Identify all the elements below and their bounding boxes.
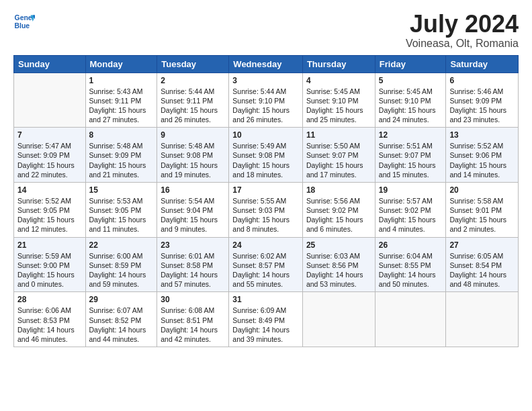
day-content: Sunrise: 5:56 AM Sunset: 9:02 PM Dayligh… (306, 196, 371, 234)
day-content: Sunrise: 6:08 AM Sunset: 8:51 PM Dayligh… (161, 306, 225, 344)
day-content: Sunrise: 5:45 AM Sunset: 9:10 PM Dayligh… (379, 87, 443, 125)
day-number: 13 (449, 130, 515, 140)
day-number: 29 (89, 295, 154, 304)
day-content: Sunrise: 5:47 AM Sunset: 9:09 PM Dayligh… (17, 141, 82, 179)
calendar-table: Sunday Monday Tuesday Wednesday Thursday… (13, 55, 519, 347)
day-number: 10 (232, 130, 299, 140)
table-row: 31Sunrise: 6:09 AM Sunset: 8:49 PM Dayli… (229, 292, 303, 347)
col-thursday: Thursday (302, 55, 375, 73)
day-content: Sunrise: 5:48 AM Sunset: 9:09 PM Dayligh… (89, 141, 154, 179)
table-row: 1Sunrise: 5:43 AM Sunset: 9:11 PM Daylig… (85, 73, 157, 128)
title-area: July 2024 Voineasa, Olt, Romania (406, 11, 519, 50)
table-row: 13Sunrise: 5:52 AM Sunset: 9:06 PM Dayli… (446, 128, 519, 183)
col-saturday: Saturday (446, 55, 519, 73)
day-number: 2 (161, 76, 225, 85)
col-wednesday: Wednesday (229, 55, 303, 73)
table-row: 9Sunrise: 5:48 AM Sunset: 9:08 PM Daylig… (157, 128, 229, 183)
table-row: 3Sunrise: 5:44 AM Sunset: 9:10 PM Daylig… (229, 73, 303, 128)
col-sunday: Sunday (14, 55, 86, 73)
col-tuesday: Tuesday (157, 55, 229, 73)
table-row: 6Sunrise: 5:46 AM Sunset: 9:09 PM Daylig… (446, 73, 519, 128)
day-number: 11 (306, 130, 371, 140)
subtitle: Voineasa, Olt, Romania (406, 38, 519, 50)
calendar-week-5: 28Sunrise: 6:06 AM Sunset: 8:53 PM Dayli… (14, 292, 519, 347)
day-content: Sunrise: 5:50 AM Sunset: 9:07 PM Dayligh… (306, 141, 371, 179)
table-row (375, 292, 446, 347)
day-content: Sunrise: 6:02 AM Sunset: 8:57 PM Dayligh… (232, 251, 299, 289)
day-content: Sunrise: 5:48 AM Sunset: 9:08 PM Dayligh… (161, 141, 225, 179)
table-row (14, 73, 86, 128)
table-row: 10Sunrise: 5:49 AM Sunset: 9:08 PM Dayli… (229, 128, 303, 183)
table-row: 7Sunrise: 5:47 AM Sunset: 9:09 PM Daylig… (14, 128, 86, 183)
day-content: Sunrise: 5:43 AM Sunset: 9:11 PM Dayligh… (89, 87, 154, 125)
svg-text:Blue: Blue (15, 22, 30, 30)
day-number: 20 (449, 185, 515, 195)
logo: General Blue (13, 11, 35, 32)
page: General Blue July 2024 Voineasa, Olt, Ro… (0, 0, 532, 411)
day-content: Sunrise: 6:04 AM Sunset: 8:55 PM Dayligh… (379, 251, 443, 289)
table-row: 18Sunrise: 5:56 AM Sunset: 9:02 PM Dayli… (302, 182, 375, 237)
table-row: 30Sunrise: 6:08 AM Sunset: 8:51 PM Dayli… (157, 292, 229, 347)
table-row: 24Sunrise: 6:02 AM Sunset: 8:57 PM Dayli… (229, 237, 303, 292)
day-number: 19 (379, 185, 443, 195)
main-title: July 2024 (406, 11, 519, 38)
day-content: Sunrise: 5:51 AM Sunset: 9:07 PM Dayligh… (379, 141, 443, 179)
day-number: 17 (232, 185, 299, 195)
table-row: 25Sunrise: 6:03 AM Sunset: 8:56 PM Dayli… (302, 237, 375, 292)
logo-icon: General Blue (13, 11, 35, 32)
day-number: 3 (232, 76, 299, 85)
table-row: 11Sunrise: 5:50 AM Sunset: 9:07 PM Dayli… (302, 128, 375, 183)
day-content: Sunrise: 5:59 AM Sunset: 9:00 PM Dayligh… (17, 251, 82, 289)
table-row: 12Sunrise: 5:51 AM Sunset: 9:07 PM Dayli… (375, 128, 446, 183)
table-row: 14Sunrise: 5:52 AM Sunset: 9:05 PM Dayli… (14, 182, 86, 237)
day-content: Sunrise: 5:54 AM Sunset: 9:04 PM Dayligh… (161, 196, 225, 234)
day-number: 5 (379, 76, 443, 85)
day-number: 26 (379, 240, 443, 250)
col-monday: Monday (85, 55, 157, 73)
day-content: Sunrise: 6:05 AM Sunset: 8:54 PM Dayligh… (449, 251, 515, 289)
day-number: 1 (89, 76, 154, 85)
day-content: Sunrise: 5:57 AM Sunset: 9:02 PM Dayligh… (379, 196, 443, 234)
day-number: 15 (89, 185, 154, 195)
day-number: 16 (161, 185, 225, 195)
day-number: 6 (449, 76, 515, 85)
day-number: 8 (89, 130, 154, 140)
table-row: 5Sunrise: 5:45 AM Sunset: 9:10 PM Daylig… (375, 73, 446, 128)
day-content: Sunrise: 5:46 AM Sunset: 9:09 PM Dayligh… (449, 87, 515, 125)
table-row: 17Sunrise: 5:55 AM Sunset: 9:03 PM Dayli… (229, 182, 303, 237)
calendar-week-3: 14Sunrise: 5:52 AM Sunset: 9:05 PM Dayli… (14, 182, 519, 237)
day-content: Sunrise: 5:52 AM Sunset: 9:05 PM Dayligh… (17, 196, 82, 234)
day-content: Sunrise: 5:45 AM Sunset: 9:10 PM Dayligh… (306, 87, 371, 125)
day-number: 27 (449, 240, 515, 250)
calendar-header-row: Sunday Monday Tuesday Wednesday Thursday… (14, 55, 519, 73)
header: General Blue July 2024 Voineasa, Olt, Ro… (13, 11, 519, 50)
day-number: 24 (232, 240, 299, 250)
day-number: 18 (306, 185, 371, 195)
day-content: Sunrise: 6:09 AM Sunset: 8:49 PM Dayligh… (232, 306, 299, 344)
day-content: Sunrise: 6:01 AM Sunset: 8:58 PM Dayligh… (161, 251, 225, 289)
day-number: 28 (17, 295, 82, 304)
table-row: 21Sunrise: 5:59 AM Sunset: 9:00 PM Dayli… (14, 237, 86, 292)
calendar-week-1: 1Sunrise: 5:43 AM Sunset: 9:11 PM Daylig… (14, 73, 519, 128)
day-number: 22 (89, 240, 154, 250)
table-row: 15Sunrise: 5:53 AM Sunset: 9:05 PM Dayli… (85, 182, 157, 237)
table-row (446, 292, 519, 347)
day-content: Sunrise: 5:44 AM Sunset: 9:11 PM Dayligh… (161, 87, 225, 125)
day-content: Sunrise: 5:53 AM Sunset: 9:05 PM Dayligh… (89, 196, 154, 234)
table-row: 2Sunrise: 5:44 AM Sunset: 9:11 PM Daylig… (157, 73, 229, 128)
day-number: 9 (161, 130, 225, 140)
day-number: 7 (17, 130, 82, 140)
table-row: 27Sunrise: 6:05 AM Sunset: 8:54 PM Dayli… (446, 237, 519, 292)
table-row: 28Sunrise: 6:06 AM Sunset: 8:53 PM Dayli… (14, 292, 86, 347)
day-content: Sunrise: 6:00 AM Sunset: 8:59 PM Dayligh… (89, 251, 154, 289)
calendar-week-2: 7Sunrise: 5:47 AM Sunset: 9:09 PM Daylig… (14, 128, 519, 183)
day-number: 12 (379, 130, 443, 140)
day-content: Sunrise: 5:49 AM Sunset: 9:08 PM Dayligh… (232, 141, 299, 179)
day-number: 31 (232, 295, 299, 304)
day-number: 14 (17, 185, 82, 195)
day-number: 30 (161, 295, 225, 304)
day-content: Sunrise: 6:07 AM Sunset: 8:52 PM Dayligh… (89, 306, 154, 344)
day-content: Sunrise: 6:03 AM Sunset: 8:56 PM Dayligh… (306, 251, 371, 289)
table-row: 22Sunrise: 6:00 AM Sunset: 8:59 PM Dayli… (85, 237, 157, 292)
table-row: 29Sunrise: 6:07 AM Sunset: 8:52 PM Dayli… (85, 292, 157, 347)
